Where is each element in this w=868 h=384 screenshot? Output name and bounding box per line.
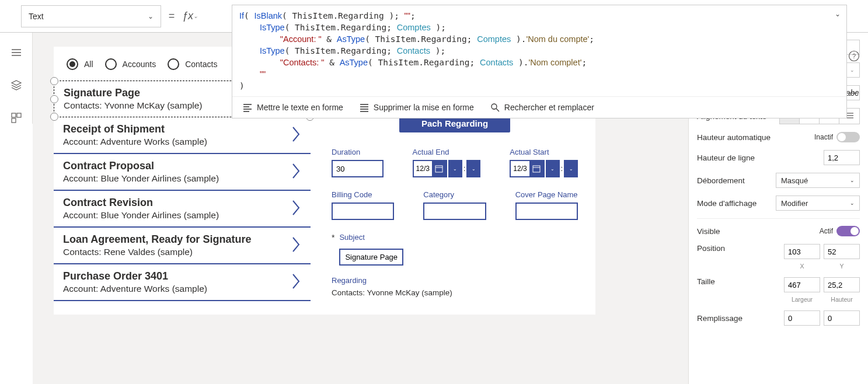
- chevron-right-icon[interactable]: [291, 162, 301, 182]
- chevron-right-icon[interactable]: [291, 199, 301, 219]
- svg-point-0: [491, 104, 497, 109]
- equals-label: =: [161, 10, 182, 22]
- chevron-down-icon: ⌄: [850, 67, 855, 73]
- chevron-down-icon: ⌄: [850, 200, 855, 206]
- position-x-input[interactable]: [784, 244, 820, 259]
- components-icon[interactable]: [11, 112, 22, 124]
- actual-start-label: Actual Start: [510, 148, 578, 156]
- radio-accounts[interactable]: Accounts: [105, 58, 156, 70]
- search-icon: [490, 103, 500, 112]
- formula-expand-chevron-icon[interactable]: ⌄: [835, 10, 841, 18]
- auto-height-label: Hauteur automatique: [697, 133, 814, 142]
- visible-label: Visible: [697, 227, 820, 236]
- required-indicator: *: [332, 233, 334, 242]
- chevron-down-icon: ⌄: [850, 177, 855, 183]
- overflow-label: Débordement: [697, 176, 776, 185]
- svg-rect-3: [12, 113, 16, 117]
- category-input[interactable]: [423, 203, 486, 220]
- hamburger-icon[interactable]: [11, 47, 22, 58]
- actual-end-label: Actual End: [413, 148, 481, 156]
- hour-dropdown[interactable]: ⌄: [448, 160, 462, 177]
- format-text-icon: [243, 103, 252, 112]
- chevron-down-icon: ⌄: [148, 12, 154, 20]
- property-selector-value: Text: [29, 12, 44, 21]
- calendar-icon[interactable]: [432, 161, 446, 176]
- regarding-value: Contacts: Yvonne McKay (sample): [332, 288, 578, 297]
- svg-text:?: ?: [852, 53, 856, 60]
- chevron-right-icon[interactable]: [291, 125, 301, 145]
- minute-dropdown[interactable]: ⌄: [466, 160, 480, 177]
- chevron-right-icon[interactable]: [291, 273, 301, 292]
- calendar-icon[interactable]: [529, 161, 543, 176]
- svg-rect-6: [435, 166, 442, 172]
- formula-bar[interactable]: If( IsBlank( ThisItem.Regarding ); ""; I…: [232, 5, 847, 118]
- height-input[interactable]: [824, 277, 860, 292]
- list-item-subtitle: Account: Adventure Works (sample): [63, 137, 304, 147]
- padding-top-input[interactable]: [784, 310, 820, 326]
- radio-contacts[interactable]: Contacts: [168, 58, 217, 70]
- left-rail: [0, 33, 33, 124]
- size-label: Taille: [697, 277, 784, 286]
- property-selector[interactable]: Text ⌄: [21, 5, 161, 27]
- list-item-title: Purchase Order 3401: [63, 270, 304, 282]
- resize-handle[interactable]: [50, 95, 58, 103]
- padding-bottom-input[interactable]: [824, 310, 860, 326]
- display-mode-label: Mode d'affichage: [697, 199, 776, 208]
- radio-all[interactable]: All: [67, 58, 93, 70]
- list-item-subtitle: Contacts: Rene Valdes (sample): [63, 247, 304, 257]
- cover-page-label: Cover Page Name: [515, 190, 578, 199]
- formula-code[interactable]: If( IsBlank( ThisItem.Regarding ); ""; I…: [232, 5, 846, 96]
- billing-code-label: Billing Code: [332, 190, 394, 199]
- chevron-right-icon[interactable]: [291, 236, 301, 256]
- list-item-title: Loan Agreement, Ready for Signature: [63, 233, 304, 246]
- list-item[interactable]: Contract ProposalAccount: Blue Yonder Ai…: [54, 154, 311, 191]
- hour-dropdown[interactable]: ⌄: [546, 160, 560, 177]
- layers-icon[interactable]: [11, 79, 22, 91]
- list-item-title: Contract Revision: [63, 197, 304, 209]
- list-item-subtitle: Account: Adventure Works (sample): [63, 284, 304, 294]
- cover-page-input[interactable]: [515, 203, 578, 220]
- list-item-subtitle: Account: Blue Yonder Airlines (sample): [63, 173, 304, 184]
- position-label: Position: [697, 244, 784, 253]
- padding-label: Remplissage: [697, 314, 784, 323]
- remove-format-icon: [360, 103, 369, 112]
- svg-rect-4: [17, 113, 21, 117]
- list-item[interactable]: Loan Agreement, Ready for SignatureConta…: [54, 228, 311, 264]
- actual-start-picker[interactable]: 12/3 ⌄:⌄: [510, 160, 578, 177]
- minute-dropdown[interactable]: ⌄: [564, 160, 578, 177]
- format-text-button[interactable]: Mettre le texte en forme: [243, 103, 343, 112]
- line-height-label: Hauteur de ligne: [697, 153, 824, 162]
- svg-rect-7: [533, 166, 540, 172]
- auto-height-toggle[interactable]: [836, 132, 860, 142]
- line-height-input[interactable]: [824, 150, 860, 165]
- fx-label: ƒx ⌄: [182, 10, 198, 22]
- list-item[interactable]: Contract RevisionAccount: Blue Yonder Ai…: [54, 191, 311, 228]
- regarding-label: Regarding: [332, 276, 578, 285]
- list-item-subtitle: Account: Blue Yonder Airlines (sample): [63, 210, 304, 221]
- display-mode-select[interactable]: Modifier⌄: [776, 196, 860, 211]
- list-item[interactable]: Purchase Order 3401Account: Adventure Wo…: [54, 264, 311, 301]
- overflow-select[interactable]: Masqué⌄: [776, 173, 860, 188]
- width-input[interactable]: [784, 277, 820, 292]
- resize-handle[interactable]: [50, 77, 58, 85]
- category-label: Category: [423, 190, 486, 199]
- remove-format-button[interactable]: Supprimer la mise en forme: [360, 103, 474, 112]
- list-item-title: Contract Proposal: [63, 160, 304, 172]
- billing-code-input[interactable]: [332, 203, 394, 220]
- subject-label: Subject: [339, 233, 403, 242]
- help-icon[interactable]: ?: [848, 50, 860, 62]
- chevron-down-icon[interactable]: ⌄: [193, 13, 198, 19]
- list-item[interactable]: Receipt of ShipmentAccount: Adventure Wo…: [54, 117, 311, 154]
- position-y-input[interactable]: [824, 244, 860, 259]
- list-item-title: Receipt of Shipment: [63, 123, 304, 135]
- svg-rect-5: [12, 118, 16, 123]
- find-replace-button[interactable]: Rechercher et remplacer: [490, 103, 594, 112]
- actual-end-picker[interactable]: 12/3 ⌄:⌄: [413, 160, 481, 177]
- duration-label: Duration: [332, 148, 384, 156]
- duration-input[interactable]: [332, 160, 384, 177]
- subject-input[interactable]: Signature Page: [339, 249, 403, 266]
- visible-toggle[interactable]: [836, 226, 860, 236]
